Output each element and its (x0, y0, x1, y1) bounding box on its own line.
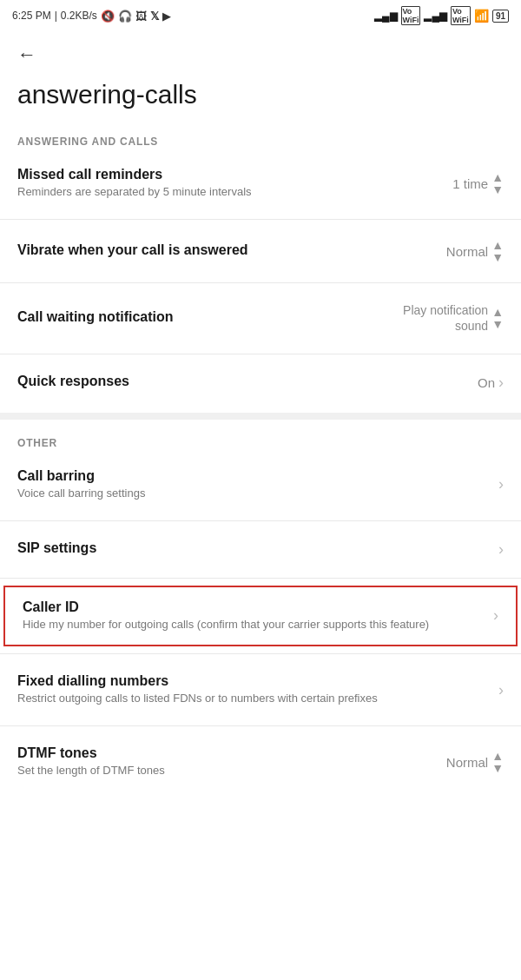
call-barring-item[interactable]: Call barring Voice call barring settings… (0, 456, 521, 513)
youtube-icon: ▶ (162, 10, 171, 23)
call-barring-right: › (498, 475, 504, 493)
signal-icon-2: ▂▄▆ (424, 10, 447, 22)
mute-icon: 🔇 (101, 10, 115, 23)
vibrate-value: Normal (446, 244, 488, 259)
quick-responses-item[interactable]: Quick responses On › (0, 361, 521, 404)
vibrate-spinner-icon: ▲▼ (491, 239, 504, 263)
divider-7 (0, 725, 521, 726)
call-waiting-right: Play notificationsound ▲▼ (403, 302, 504, 334)
signal-icon: ▂▄▆ (374, 10, 398, 22)
dtmf-tones-item[interactable]: DTMF tones Set the length of DTMF tones … (0, 733, 521, 791)
missed-call-reminders-subtitle: Reminders are separated by 5 minute inte… (17, 184, 444, 200)
quick-responses-title: Quick responses (17, 374, 469, 389)
status-bar: 6:25 PM | 0.2KB/s 🔇 🎧 🖼 𝕏 ▶ ▂▄▆ VoWiFi ▂… (0, 0, 521, 31)
status-icons: 🔇 🎧 🖼 𝕏 ▶ (101, 10, 171, 23)
section-divider (0, 413, 521, 420)
call-waiting-item[interactable]: Call waiting notification Play notificat… (0, 290, 521, 346)
section-other-header: OTHER (0, 428, 521, 456)
dtmf-value: Normal (446, 755, 488, 770)
missed-call-reminders-title: Missed call reminders (17, 167, 444, 182)
speed: 0.2KB/s (61, 10, 97, 22)
dtmf-spinner-icon: ▲▼ (491, 750, 504, 774)
divider-3 (0, 354, 521, 354)
separator: | (55, 10, 57, 22)
vibrate-right: Normal ▲▼ (446, 239, 504, 263)
divider-6 (0, 653, 521, 654)
quick-responses-chevron-icon: › (498, 374, 504, 392)
vo-wifi-label-2: VoWiFi (451, 6, 471, 25)
fixed-dialling-chevron-icon: › (498, 681, 504, 699)
dtmf-right: Normal ▲▼ (446, 750, 504, 774)
section-other: OTHER Call barring Voice call barring se… (0, 428, 521, 791)
quick-responses-right: On › (478, 374, 504, 392)
headset-icon: 🎧 (118, 10, 132, 23)
page-title: answering-calls (0, 73, 521, 127)
wifi-icon: 📶 (474, 9, 489, 23)
quick-responses-value: On (478, 375, 495, 390)
gallery-icon: 🖼 (135, 10, 147, 23)
call-barring-subtitle: Voice call barring settings (17, 486, 490, 501)
call-barring-title: Call barring (17, 468, 490, 484)
caller-id-left: Caller ID Hide my number for outgoing ca… (23, 599, 493, 632)
vibrate-left: Vibrate when your call is answered (17, 242, 446, 260)
section-answering-calls-header: ANSWERING AND CALLS (0, 127, 521, 155)
vibrate-title: Vibrate when your call is answered (17, 242, 438, 258)
call-waiting-title: Call waiting notification (17, 309, 394, 325)
sip-settings-item[interactable]: SIP settings › (0, 528, 521, 571)
call-waiting-value: Play notificationsound (403, 302, 488, 334)
call-barring-left: Call barring Voice call barring settings (17, 468, 498, 501)
status-left: 6:25 PM | 0.2KB/s 🔇 🎧 🖼 𝕏 ▶ (12, 10, 171, 23)
sip-right: › (498, 540, 504, 559)
caller-id-title: Caller ID (23, 599, 485, 615)
divider-2 (0, 282, 521, 283)
caller-id-subtitle: Hide my number for outgoing calls (confi… (23, 617, 485, 632)
section-answering-calls: ANSWERING AND CALLS Missed call reminder… (0, 127, 521, 404)
status-right: ▂▄▆ VoWiFi ▂▄▆ VoWiFi 📶 91 (374, 6, 509, 25)
back-button[interactable]: ← (0, 31, 521, 73)
fixed-dialling-item[interactable]: Fixed dialling numbers Restrict outgoing… (0, 661, 521, 718)
caller-id-chevron-icon: › (493, 606, 498, 625)
fixed-dialling-title: Fixed dialling numbers (17, 673, 490, 689)
caller-id-right: › (493, 606, 498, 625)
vibrate-call-answered-item[interactable]: Vibrate when your call is answered Norma… (0, 227, 521, 275)
sip-chevron-icon: › (498, 540, 504, 559)
call-waiting-left: Call waiting notification (17, 309, 403, 327)
divider-1 (0, 219, 521, 220)
divider-5 (0, 578, 521, 579)
missed-call-reminders-right: 1 time ▲▼ (452, 171, 504, 195)
caller-id-item[interactable]: Caller ID Hide my number for outgoing ca… (3, 586, 518, 646)
dtmf-subtitle: Set the length of DTMF tones (17, 763, 438, 778)
back-arrow-icon: ← (17, 43, 36, 65)
call-waiting-spinner-icon: ▲▼ (491, 306, 504, 330)
fixed-dialling-left: Fixed dialling numbers Restrict outgoing… (17, 673, 498, 706)
fixed-dialling-subtitle: Restrict outgoing calls to listed FDNs o… (17, 691, 490, 706)
twitter-icon: 𝕏 (150, 10, 159, 23)
missed-call-reminders-value: 1 time (452, 176, 488, 191)
divider-4 (0, 520, 521, 521)
dtmf-title: DTMF tones (17, 745, 438, 761)
battery-indicator: 91 (492, 10, 509, 23)
sip-title: SIP settings (17, 540, 490, 556)
missed-call-reminders-item[interactable]: Missed call reminders Reminders are sepa… (0, 155, 521, 212)
dtmf-left: DTMF tones Set the length of DTMF tones (17, 745, 446, 778)
time: 6:25 PM (12, 10, 51, 22)
missed-call-reminders-left: Missed call reminders Reminders are sepa… (17, 167, 452, 200)
call-barring-chevron-icon: › (498, 475, 504, 493)
quick-responses-left: Quick responses (17, 374, 478, 391)
missed-call-reminders-spinner-icon: ▲▼ (491, 171, 504, 195)
sip-left: SIP settings (17, 540, 498, 558)
vo-wifi-label: VoWiFi (401, 6, 421, 25)
fixed-dialling-right: › (498, 681, 504, 699)
